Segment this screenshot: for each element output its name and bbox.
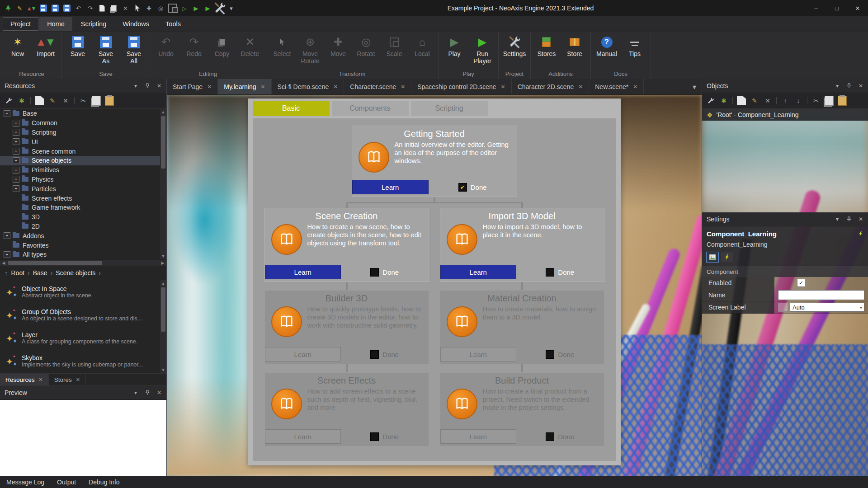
- statusbar-item-message-log[interactable]: Message Log: [6, 479, 44, 486]
- resources-items-scrollbar[interactable]: ▲ ▼: [160, 280, 166, 373]
- tools-button[interactable]: [215, 4, 224, 13]
- move-button[interactable]: ✚: [145, 4, 153, 13]
- chevron-down-button[interactable]: ▾: [227, 4, 236, 13]
- copy-sm-button[interactable]: [92, 96, 101, 105]
- resources-tree-scrollbar[interactable]: ▲ ▼: [160, 109, 166, 259]
- copy-button[interactable]: [109, 4, 118, 13]
- scale-button[interactable]: Scale: [380, 33, 408, 69]
- rotate-button[interactable]: ◎: [156, 4, 165, 13]
- tree-item-primitives[interactable]: +Primitives: [0, 165, 160, 175]
- pin-icon[interactable]: [143, 81, 152, 90]
- redo-button[interactable]: ↷: [86, 4, 94, 13]
- move-button[interactable]: ✚Move: [324, 33, 352, 69]
- wrench-button[interactable]: [706, 96, 715, 105]
- copy-sm-button[interactable]: [825, 96, 834, 105]
- rotate-button[interactable]: ◎Rotate: [352, 33, 380, 69]
- tree-item-ui[interactable]: +UI: [0, 137, 160, 146]
- tree-item-addons[interactable]: +Addons: [0, 231, 160, 240]
- learning-tab-basic[interactable]: Basic: [253, 101, 330, 116]
- menu-item-tools[interactable]: Tools: [158, 17, 189, 31]
- tree-item-scene-common[interactable]: +Scene common: [0, 146, 160, 156]
- list-item-layer[interactable]: ✦✦✦LayerA class for grouping components …: [0, 326, 160, 349]
- list-item-group-of-objects[interactable]: ✦✦✦Group Of ObjectsAn object in a scene …: [0, 303, 160, 326]
- pin-icon[interactable]: [844, 81, 854, 90]
- close-icon[interactable]: ✕: [155, 81, 164, 90]
- doc-tab-start-page[interactable]: Start Page✕: [167, 79, 218, 94]
- cut-button[interactable]: ✂: [811, 96, 821, 105]
- wrench-button[interactable]: [4, 96, 13, 105]
- expand-icon[interactable]: +: [13, 120, 19, 127]
- delete-button[interactable]: ✕Delete: [236, 33, 264, 69]
- expand-icon[interactable]: +: [13, 185, 19, 192]
- close-icon[interactable]: ✕: [856, 81, 865, 90]
- resources-tree-hscrollbar[interactable]: ◀ ▶: [0, 259, 166, 266]
- close-icon[interactable]: ✕: [856, 215, 865, 224]
- chevron-down-icon[interactable]: ▾: [131, 81, 140, 90]
- doc-tab-spaceship-control-2d-scene[interactable]: Spaceship control 2D.scene✕: [411, 79, 511, 94]
- tree-item-favorites[interactable]: +Favorites: [0, 240, 160, 250]
- close-tab-icon[interactable]: ✕: [633, 84, 637, 90]
- delete-button[interactable]: ✕: [61, 96, 70, 105]
- screen-label-dropdown[interactable]: Auto▾: [790, 303, 864, 312]
- learning-tab-components[interactable]: Components: [332, 101, 409, 116]
- screen-label-swatch[interactable]: [778, 303, 788, 312]
- save-button[interactable]: [39, 4, 47, 13]
- import-button[interactable]: ▲▼: [27, 4, 36, 13]
- enabled-checkbox[interactable]: ✓: [797, 279, 805, 287]
- scroll-left-icon[interactable]: ◀: [0, 261, 7, 265]
- panel-tab-resources[interactable]: Resources✕: [0, 374, 49, 385]
- scroll-down-icon[interactable]: ▼: [160, 253, 166, 259]
- close-tab-icon[interactable]: ✕: [39, 377, 43, 383]
- select-button[interactable]: Select: [268, 33, 296, 69]
- tree-item-physics[interactable]: +Physics: [0, 175, 160, 184]
- redo-button[interactable]: ↷Redo: [180, 33, 208, 69]
- save-as-button[interactable]: [51, 4, 59, 13]
- done-checkbox-import-3d-model[interactable]: [546, 268, 554, 277]
- close-tab-icon[interactable]: ✕: [76, 377, 80, 383]
- tree-item-all-types[interactable]: +All types: [0, 250, 160, 259]
- new-button[interactable]: ✶New: [4, 33, 32, 69]
- expand-icon[interactable]: +: [13, 138, 19, 145]
- expand-icon[interactable]: +: [13, 129, 19, 136]
- learn-button-scene-creation[interactable]: Learn: [265, 265, 341, 279]
- navigate-up-icon[interactable]: ↑: [5, 269, 8, 277]
- import-button[interactable]: ▲▼Import: [32, 33, 60, 69]
- close-button[interactable]: ✕: [847, 0, 868, 16]
- scroll-up-icon[interactable]: ▲: [160, 109, 166, 115]
- doc-tab-character-scene[interactable]: Character.scene✕: [344, 79, 411, 94]
- tree-item-screen-effects[interactable]: +Screen effects: [0, 193, 160, 203]
- menu-item-project[interactable]: Project: [3, 17, 38, 31]
- arrow-up-button[interactable]: ↑: [781, 96, 790, 105]
- close-icon[interactable]: ✕: [155, 388, 164, 397]
- maximize-button[interactable]: □: [826, 0, 847, 16]
- local-button[interactable]: ⌂Local: [408, 33, 436, 69]
- close-tab-icon[interactable]: ✕: [333, 84, 338, 90]
- run-player-button[interactable]: ▶Run Player: [468, 33, 496, 69]
- properties-view-button[interactable]: [707, 252, 718, 262]
- tree-item-scene-objects[interactable]: +Scene objects: [0, 156, 160, 165]
- doc-tab-sci-fi-demo-scene[interactable]: Sci-fi Demo.scene✕: [272, 79, 344, 94]
- doc-tab-new-scene[interactable]: New.scene*✕: [589, 79, 644, 94]
- save-all-button[interactable]: Save All: [120, 33, 148, 69]
- learn-button-import-3d-model[interactable]: Learn: [440, 265, 517, 279]
- breadcrumb-item-scene-objects[interactable]: Scene objects: [56, 269, 95, 277]
- tree-item-3d[interactable]: +3D: [0, 212, 160, 222]
- events-view-button[interactable]: [721, 252, 733, 262]
- menu-item-home[interactable]: Home: [39, 17, 72, 31]
- done-checkbox-scene-creation[interactable]: [370, 268, 379, 277]
- page-edit-button[interactable]: ✎: [48, 96, 57, 105]
- manual-button[interactable]: ?Manual: [593, 33, 621, 69]
- scrollbar-thumb[interactable]: [8, 261, 102, 265]
- menu-item-scripting[interactable]: Scripting: [73, 17, 114, 31]
- list-item-object-in-space[interactable]: ✦✦✦Object In SpaceAbstract object in the…: [0, 280, 160, 303]
- panel-tab-stores[interactable]: Stores✕: [49, 374, 86, 385]
- scale-button[interactable]: [168, 4, 177, 13]
- page-new-button[interactable]: [98, 4, 106, 13]
- list-item-skybox[interactable]: ✦✦✦SkyboxImplements the sky is using cub…: [0, 349, 160, 372]
- play-outline-button[interactable]: ▷: [180, 4, 189, 13]
- close-tab-icon[interactable]: ✕: [261, 84, 265, 90]
- pin-icon[interactable]: [143, 388, 152, 397]
- undo-button[interactable]: ↶: [74, 4, 83, 13]
- tips-button[interactable]: Tips: [621, 33, 649, 69]
- page-edit-button[interactable]: ✎: [750, 96, 759, 105]
